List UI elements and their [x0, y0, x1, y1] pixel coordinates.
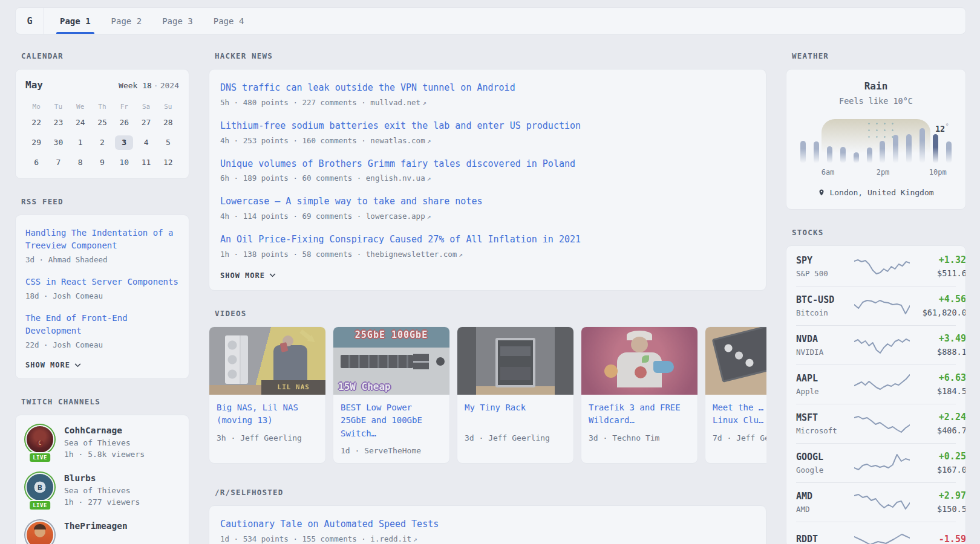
- tab-page-3[interactable]: Page 3: [160, 8, 195, 34]
- weather-bar: [880, 141, 885, 163]
- stock-ticker: SPY: [796, 255, 854, 266]
- channel-name: CohhCarnage: [64, 426, 145, 435]
- stock-change: +0.25%: [910, 451, 966, 462]
- rss-item: The End of Front-End Development 22d · J…: [25, 312, 179, 349]
- rss-item-title[interactable]: CSS in React Server Components: [25, 276, 179, 288]
- calendar-day: 26: [115, 115, 133, 130]
- chevron-down-icon: [74, 363, 81, 368]
- hn-item-domain: newatlas.com: [370, 136, 425, 145]
- video-thumbnail[interactable]: [457, 327, 573, 395]
- hn-item-title[interactable]: DNS traffic can leak outside the VPN tun…: [220, 82, 755, 95]
- video-title[interactable]: Meet the … Linux Clu…: [713, 401, 766, 428]
- current-temperature: 12°: [935, 122, 949, 134]
- rss-item-title[interactable]: Handling The Indentation of a Treeview C…: [25, 227, 179, 252]
- page-tabs: Page 1 Page 2 Page 3 Page 4: [44, 8, 246, 34]
- calendar-dow-label: Fr: [113, 103, 135, 111]
- hn-item-title[interactable]: Unique volumes of Brothers Grimm fairy t…: [220, 158, 755, 171]
- video-card[interactable]: Traefik 3 and FREE Wildcard… 3d · Techno…: [581, 326, 698, 464]
- rss-show-more-button[interactable]: SHOW MORE: [25, 361, 179, 369]
- tab-page-2[interactable]: Page 2: [109, 8, 145, 34]
- video-card[interactable]: My Tiny Rack 3d · Jeff Geerling: [457, 326, 574, 464]
- video-thumbnail[interactable]: [581, 327, 697, 395]
- hn-item-domain: thebignewsletter.com: [366, 250, 457, 259]
- calendar-dow-label: Tu: [47, 103, 69, 111]
- stock-row-btc[interactable]: BTC-USDBitcoin +4.56%$61,820.02: [796, 286, 956, 325]
- video-thumbnail[interactable]: 25GbE 100GbE 15W Cheap: [333, 327, 449, 395]
- video-title[interactable]: My Tiny Rack: [465, 401, 566, 428]
- stock-name: Bitcoin: [796, 308, 854, 317]
- stock-change: +4.56%: [910, 294, 966, 305]
- video-thumbnail[interactable]: LIL NAS: [209, 327, 325, 395]
- calendar-day: 7: [49, 155, 67, 170]
- twitch-channel-theprimeagen[interactable]: ThePrimeagen: [25, 520, 179, 544]
- avatar: B LIVE: [25, 473, 54, 507]
- stock-ticker: AAPL: [796, 373, 854, 384]
- rss-item-meta: 3d · Ahmad Shadeed: [25, 255, 179, 264]
- video-meta: 1d · ServeTheHome: [341, 446, 442, 455]
- video-card[interactable]: 25GbE 100GbE 15W Cheap BEST Low Power 25…: [333, 326, 450, 464]
- reddit-item-title[interactable]: Cautionary Tale on Automated Speed Tests: [220, 518, 755, 531]
- hn-item-title[interactable]: An Oil Price-Fixing Conspiracy Caused 27…: [220, 233, 755, 247]
- stock-row-rddt[interactable]: RDDT -1.59%: [796, 522, 956, 544]
- calendar-dow-label: Mo: [25, 103, 47, 111]
- stock-row-spy[interactable]: SPYS&P 500 +1.32%$511.69: [796, 247, 956, 286]
- twitch-channel-blurbs[interactable]: B LIVE Blurbs Sea of Thieves 1h · 277 vi…: [25, 473, 179, 507]
- calendar-dow-label: Su: [157, 103, 179, 111]
- video-meta: 3d · Techno Tim: [589, 433, 690, 442]
- calendar-widget: May Week 18·2024 MoTuWeThFrSaSu 22232425…: [15, 69, 189, 179]
- video-card[interactable]: LIL NAS Big NAS, Lil NAS (moving 13) 3h …: [209, 326, 326, 464]
- weather-feels-like: Feels like 10°C: [796, 96, 956, 106]
- calendar-dow-label: Th: [91, 103, 113, 111]
- tab-page-4[interactable]: Page 4: [211, 8, 247, 34]
- weather-bars: [800, 119, 952, 163]
- video-meta: 3h · Jeff Geerling: [217, 433, 318, 442]
- stock-ticker: BTC-USD: [796, 294, 854, 305]
- stock-price: $888.12: [910, 347, 966, 357]
- stock-change: +1.32%: [910, 254, 966, 265]
- tab-page-1[interactable]: Page 1: [57, 8, 93, 34]
- chevron-down-icon: [269, 273, 276, 277]
- video-title[interactable]: BEST Low Power 25GbE and 100GbE Switch…: [341, 401, 442, 441]
- stock-ticker: RDDT: [796, 534, 854, 544]
- weather-bar: [867, 147, 872, 163]
- hn-show-more-button[interactable]: SHOW MORE: [220, 271, 755, 280]
- twitch-channel-cohhcarnage[interactable]: C LIVE CohhCarnage Sea of Thieves 1h · 5…: [25, 425, 179, 459]
- video-title[interactable]: Big NAS, Lil NAS (moving 13): [217, 401, 318, 428]
- stock-row-aapl[interactable]: AAPLApple +6.63%$184.51: [796, 364, 956, 404]
- rss-item: Handling The Indentation of a Treeview C…: [25, 227, 179, 264]
- hn-item-title[interactable]: Lithium-free sodium batteries exit the l…: [220, 120, 755, 133]
- hn-item: Lithium-free sodium batteries exit the l…: [220, 120, 755, 145]
- calendar-day: 2: [93, 135, 111, 150]
- stock-name: S&P 500: [796, 269, 854, 278]
- stock-price: $167.03: [910, 465, 966, 474]
- calendar-dow-label: Sa: [135, 103, 157, 111]
- calendar-grid: 222324252627282930123456789101112: [25, 115, 179, 170]
- weather-location: London, United Kingdom: [796, 188, 956, 197]
- calendar-day: 12: [159, 155, 177, 170]
- video-thumbnail[interactable]: FAS: [705, 327, 766, 395]
- stock-change: +2.24%: [910, 412, 966, 423]
- app-logo[interactable]: G: [16, 8, 44, 34]
- stock-row-googl[interactable]: GOOGLGoogle +0.25%$167.03: [796, 443, 956, 482]
- calendar-day: 27: [137, 115, 155, 130]
- twitch-widget: C LIVE CohhCarnage Sea of Thieves 1h · 5…: [15, 415, 189, 544]
- stock-sparkline: [854, 413, 910, 435]
- stock-row-nvda[interactable]: NVDANVIDIA +3.49%$888.12: [796, 325, 956, 364]
- rss-item-title[interactable]: The End of Front-End Development: [25, 312, 179, 337]
- video-title[interactable]: Traefik 3 and FREE Wildcard…: [589, 401, 690, 428]
- stock-row-msft[interactable]: MSFTMicrosoft +2.24%$406.76: [796, 404, 956, 443]
- stock-change: -1.59%: [910, 534, 966, 544]
- weather-bar: [800, 141, 806, 163]
- calendar-day: 25: [93, 115, 111, 130]
- section-title-twitch: TWITCH CHANNELS: [21, 397, 189, 406]
- hn-item-title[interactable]: Lowercase – A simple way to take and sha…: [220, 195, 755, 209]
- channel-name: ThePrimeagen: [64, 521, 128, 531]
- calendar-week-info: Week 18·2024: [119, 81, 179, 90]
- hn-item: Unique volumes of Brothers Grimm fairy t…: [220, 158, 755, 183]
- calendar-day: 28: [159, 115, 177, 130]
- video-card[interactable]: FAS Meet the … Linux Clu… 7d · Jeff Geer…: [705, 326, 766, 464]
- stock-row-amd[interactable]: AMDAMD +2.97%$150.50: [796, 482, 956, 522]
- external-link-icon: ↗: [427, 137, 431, 145]
- hn-item-meta: 4h · 253 points · 160 comments · newatla…: [220, 136, 755, 145]
- video-meta: 7d · Jeff Geerling: [713, 433, 766, 442]
